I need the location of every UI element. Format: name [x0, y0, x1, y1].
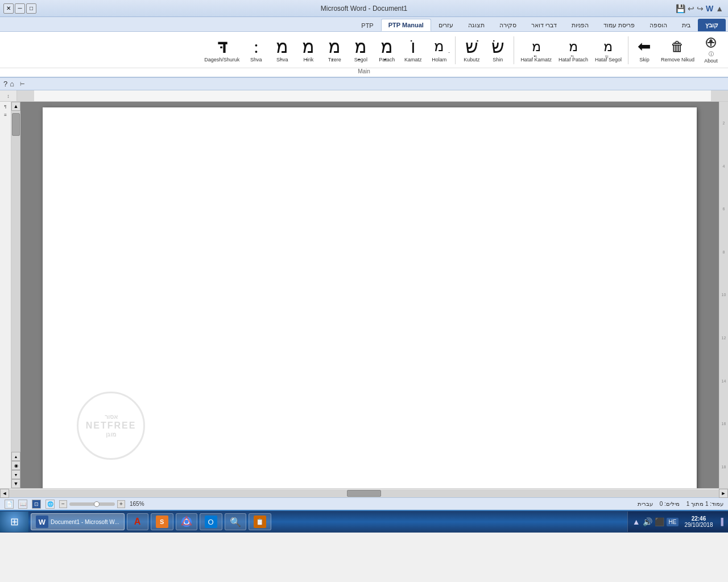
hataf-segol-button[interactable]: מֱ Hataf Segol — [592, 35, 624, 64]
normal-view-button[interactable]: 📄 — [5, 500, 14, 509]
align-icon[interactable]: ≡ — [4, 113, 7, 118]
watermark-line3: מוגן — [106, 431, 116, 438]
scroll-down-button[interactable]: ▼ — [11, 479, 20, 488]
taskbar-extra[interactable]: 📋 — [249, 513, 271, 530]
skip-button[interactable]: ⬅ Skip — [632, 35, 657, 64]
remove-nikud-button[interactable]: 🗑 Remove Nikud — [658, 35, 697, 64]
tab-ezrim[interactable]: עזרים — [431, 19, 461, 31]
zoom-slider[interactable] — [69, 502, 115, 506]
tab-bait[interactable]: בית — [675, 19, 698, 31]
kubutz-nikud-button[interactable]: מּ Holam — [427, 35, 452, 64]
acrobat-taskbar-icon: A — [132, 516, 143, 527]
watermark: אסור NETFREE מוגן — [77, 392, 145, 460]
hataf-segol-label: Hataf Segol — [595, 57, 622, 63]
about-button[interactable]: ⓘ About — [698, 35, 723, 65]
show-desktop-button[interactable]: ▐ — [718, 518, 723, 526]
zoom-value[interactable]: 165% — [130, 501, 144, 507]
title-bar: ✕ ─ □ Microsoft Word - Document1 💾 ↩ ↪ W… — [0, 0, 728, 17]
page-view-button[interactable]: ⊡ — [32, 500, 41, 509]
tab-preset[interactable]: פריסת עמוד — [596, 19, 642, 31]
scroll-track — [11, 111, 20, 452]
tab-kubutz[interactable]: קובץ — [698, 19, 726, 31]
zoom-out-button[interactable]: − — [59, 500, 67, 508]
patach-button[interactable]: מַ Segol — [348, 35, 373, 64]
tab-mail[interactable]: דברי דואר — [524, 19, 564, 31]
taskbar-sbs[interactable]: S — [151, 513, 173, 530]
undo-icon[interactable]: ↩ — [688, 4, 694, 13]
tab-view[interactable]: תצוגה — [461, 19, 492, 31]
close-button[interactable]: ✕ — [3, 3, 14, 14]
tzere-button[interactable]: מֵ Hirik — [296, 35, 321, 64]
shva-button[interactable]: : Dagesh/Shuruk Shva — [243, 35, 268, 64]
tray-expand-icon[interactable]: ▲ — [632, 517, 640, 526]
taskbar-word[interactable]: W Document1 - Microsoft W... — [31, 513, 125, 530]
taskbar-chrome[interactable] — [176, 513, 197, 530]
sin-button[interactable]: שׂ Shin — [485, 35, 510, 64]
language-indicator[interactable]: HE — [667, 518, 679, 526]
ribbon-minimize-icon[interactable]: ▲ — [715, 4, 723, 13]
minimize-button[interactable]: ─ — [15, 3, 25, 14]
web-view-button[interactable]: 🌐 — [46, 500, 55, 509]
left-toolbar: ¶ ≡ — [0, 102, 11, 488]
holam-label: Kamatz — [404, 57, 422, 63]
status-right: 📄 📖 ⊡ 🌐 − + 165% — [5, 500, 144, 509]
dagesh-button[interactable]: דּ Dagesh/Shuruk — [201, 35, 242, 64]
vruler-num: 4 — [723, 164, 725, 168]
search-taskbar-icon: 🔍 — [230, 516, 241, 527]
maximize-button[interactable]: □ — [26, 3, 36, 14]
ruler-icon[interactable]: ⊢ — [20, 81, 25, 87]
hataf-kamatz-icon: מֳ — [532, 37, 541, 56]
tab-hosafa[interactable]: הוספה — [642, 19, 675, 31]
holam-button[interactable]: וֹ Kamatz — [400, 35, 425, 64]
zoom-in-button[interactable]: + — [117, 500, 125, 508]
document-page[interactable]: אסור NETFREE מוגן — [43, 107, 697, 488]
vertical-scrollbar[interactable]: ▲ ▲ ◉ ▼ ▼ — [11, 102, 20, 488]
about-label: About — [704, 58, 718, 64]
hataf-patach-button[interactable]: מֲ Hataf Patach — [556, 35, 591, 64]
hscroll-thumb[interactable] — [347, 490, 381, 497]
hirik-button[interactable]: מִ Shva — [270, 35, 295, 64]
taskbar-outlook[interactable]: O — [200, 513, 222, 530]
taskbar-search[interactable]: 🔍 — [225, 513, 246, 530]
next-page-button[interactable]: ▼ — [11, 470, 20, 479]
taskbar-items: W Document1 - Microsoft W... A S O — [28, 513, 627, 530]
tray-network-icon[interactable]: ⬛ — [655, 517, 664, 526]
page-canvas[interactable]: אסור NETFREE מוגן — [20, 102, 719, 488]
zoom-slider-thumb[interactable] — [94, 501, 100, 507]
tzere-label: Hirik — [303, 57, 313, 63]
kamatz-button[interactable]: מָ Patach — [374, 35, 399, 64]
scroll-up-button[interactable]: ▲ — [11, 102, 20, 111]
reading-view-button[interactable]: 📖 — [18, 500, 27, 509]
tab-references[interactable]: הפניות — [564, 19, 596, 31]
prev-page-button[interactable]: ▲ — [11, 452, 20, 461]
shin-label: Kubutz — [464, 57, 479, 63]
segol-button[interactable]: מֶ Tzere — [322, 35, 347, 64]
start-button[interactable]: ⊞ — [0, 512, 28, 532]
scroll-thumb[interactable] — [12, 113, 20, 136]
select-object-button[interactable]: ◉ — [11, 461, 20, 470]
hscroll-track — [9, 489, 719, 497]
svg-text:ⓘ: ⓘ — [709, 51, 714, 57]
tab-ptp-manual[interactable]: PTP Manual — [381, 19, 431, 31]
ribbon-content: ⓘ About 🗑 Remove Nikud ⬅ Skip מֱ Hataf S… — [0, 32, 728, 78]
scroll-left-button[interactable]: ◄ — [0, 489, 9, 498]
help-icon[interactable]: ? — [3, 80, 7, 88]
tray-volume-icon[interactable]: 🔊 — [643, 517, 652, 526]
quick-save-icon[interactable]: 💾 — [676, 4, 685, 13]
tab-review[interactable]: סקירה — [492, 19, 524, 31]
home-icon[interactable]: ⌂ — [10, 80, 14, 88]
shin-button[interactable]: שׁ Kubutz — [459, 35, 484, 64]
system-clock[interactable]: 22:46 29/10/2018 — [681, 516, 716, 528]
horizontal-scrollbar[interactable]: ◄ ► — [0, 488, 728, 497]
hataf-kamatz-button[interactable]: מֳ Hataf Kamatz — [518, 35, 555, 64]
shin-icon: שׁ — [465, 37, 478, 56]
hataf-segol-icon: מֱ — [603, 37, 613, 56]
redo-icon[interactable]: ↪ — [697, 4, 704, 13]
titlebar-right-icons: 💾 ↩ ↪ W ▲ — [676, 4, 728, 13]
window-title: Microsoft Word - Document1 — [321, 5, 408, 13]
paragraph-icon[interactable]: ¶ — [4, 104, 6, 109]
clock-date: 29/10/2018 — [684, 522, 713, 528]
scroll-right-button[interactable]: ► — [719, 489, 728, 498]
taskbar-acrobat[interactable]: A — [127, 513, 148, 530]
tab-ptp[interactable]: PTP — [354, 19, 380, 31]
